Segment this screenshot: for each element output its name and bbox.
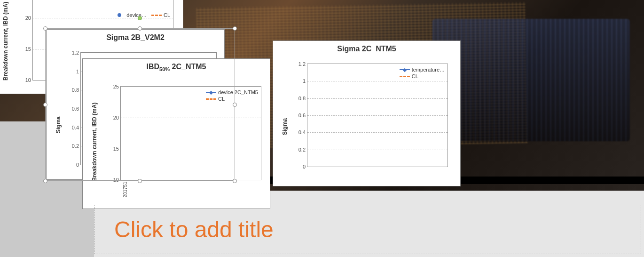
legend-label: CL [218,96,225,102]
y-tick: 1.2 [72,50,79,56]
y-axis-label: Breakdown current, IBD (mA) [2,2,9,80]
selection-handle[interactable] [43,179,47,183]
chart-title: Sigma 2C_NTM5 [273,41,460,55]
y-tick: 15 [113,146,119,152]
series-dot-icon [118,13,121,17]
selection-handle[interactable] [138,26,142,31]
chart-ibd-2c-ntm5[interactable]: IBD50% 2C_NTM5 Breakdown current, IBD (m… [82,58,270,209]
selection-handle[interactable] [43,103,47,107]
series-dash-icon [400,76,410,77]
y-tick: 0.4 [72,125,79,130]
y-tick: 1 [76,69,79,74]
chart-legend: device 2C_NTM5 CL [206,89,258,103]
chart-sigma-2c-ntm5[interactable]: Sigma 2C_NTM5 Sigma 1.2 1 0.8 0.6 0.4 0.… [273,40,461,186]
y-axis-label: Sigma [282,118,288,135]
y-tick: 20 [113,115,119,120]
y-tick: 0 [76,162,79,168]
legend-label: CL [164,12,170,18]
selection-handle[interactable] [233,26,237,31]
y-tick: 1.2 [298,61,306,67]
y-axis-label: Breakdown current, IBD (mA) [91,103,98,181]
y-tick: 20 [25,15,31,21]
x-tick: 201751 [123,182,128,197]
legend-label: device 2C_NTM5 [218,89,258,95]
series-dash-icon [151,15,162,16]
y-tick: 15 [25,46,31,52]
selection-handle[interactable] [43,26,47,31]
plot-area: 25 20 15 10 201751 device 2C_NTM5 CL [120,86,261,180]
selection-handle[interactable] [138,179,142,183]
series-dash-icon [206,98,216,100]
y-tick: 0.6 [298,112,306,118]
title-placeholder[interactable]: Click to add title [94,205,641,254]
y-tick: 0.2 [72,143,79,149]
legend-label: CL [412,73,418,79]
y-tick: 10 [113,177,119,183]
chart-title: IBD50% 2C_NTM5 [83,59,270,74]
selection-handle[interactable] [233,103,237,107]
y-tick: 10 [25,77,31,83]
y-tick: 0.8 [72,87,79,93]
series-line-icon [400,69,410,70]
y-tick: 1 [303,78,306,84]
y-tick: 0.8 [298,96,306,101]
title-placeholder-text: Click to add title [114,217,274,242]
rotation-handle-icon[interactable] [138,16,142,20]
selection-handle[interactable] [233,179,237,183]
y-tick: 0 [303,164,306,169]
y-tick: 0.2 [298,147,306,153]
legend-label: temperature… [412,67,445,72]
y-axis-label: Sigma [55,116,62,133]
y-tick: 25 [113,84,119,89]
chart-legend: device… CL [114,12,170,19]
y-tick: 0.4 [298,129,306,135]
legend-label: device… [126,12,147,18]
chart-title: Sigma 2B_V2M2 [47,30,224,44]
plot-area: 1.2 1 0.8 0.6 0.4 0.2 0 temperature… CL [307,64,448,167]
chart-legend: temperature… CL [400,67,445,80]
y-tick: 0.6 [72,106,79,112]
series-line-icon [206,92,216,93]
